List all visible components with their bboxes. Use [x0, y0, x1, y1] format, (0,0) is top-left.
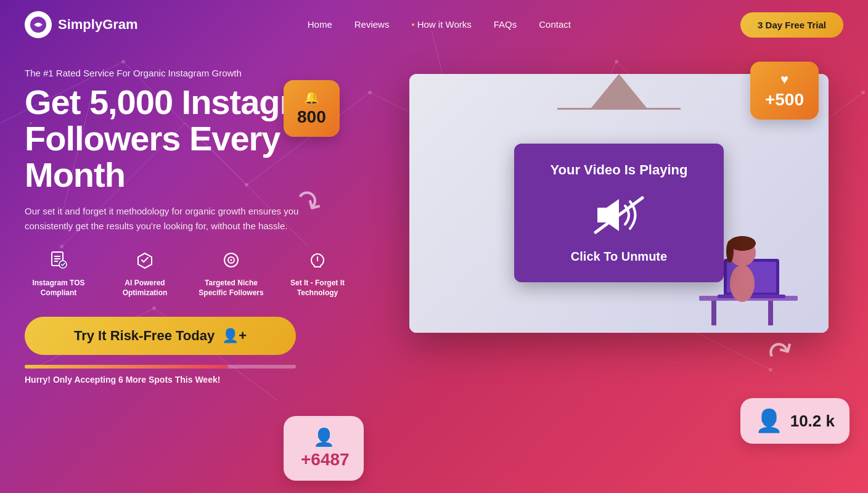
video-title: Your Video Is Playing — [526, 162, 711, 178]
feature-ai-label: AI Powered Optimization — [111, 279, 179, 298]
cta-button[interactable]: Try It Risk-Free Today 👤+ — [25, 317, 296, 355]
badge-10k-number: 10.2 k — [790, 412, 835, 431]
badge-500-number: +500 — [765, 90, 804, 110]
feature-setit: Set It - Forget It Technology — [284, 251, 351, 298]
nav-home[interactable]: Home — [308, 19, 332, 30]
nav-how-it-works[interactable]: •How it Works — [411, 19, 471, 30]
progress-bar-fill — [25, 365, 228, 369]
feature-setit-label: Set It - Forget It Technology — [284, 279, 351, 298]
ai-icon — [136, 251, 154, 274]
navbar: SimplyGram Home Reviews •How it Works FA… — [0, 0, 868, 49]
logo-text: SimplyGram — [58, 17, 138, 33]
nav-faqs[interactable]: FAQs — [494, 19, 517, 30]
svg-rect-41 — [768, 301, 773, 325]
feature-tos-label: Instagram TOS Compliant — [25, 279, 92, 298]
badge-6487-number: +6487 — [301, 450, 346, 470]
add-user-icon: 👤+ — [222, 328, 247, 344]
badge-10k: 👤 10.2 k — [740, 398, 850, 444]
svg-point-33 — [59, 261, 67, 268]
video-subtitle: Click To Unmute — [526, 250, 711, 264]
bell-icon: 🔔 — [297, 90, 326, 105]
svg-point-28 — [36, 23, 40, 26]
badge-800: 🔔 800 — [284, 80, 340, 137]
niche-icon — [222, 251, 240, 274]
video-box[interactable]: Your Video Is Playing Click To Unmute — [514, 144, 724, 282]
nav-reviews[interactable]: Reviews — [354, 19, 390, 30]
mute-icon — [588, 190, 650, 240]
svg-rect-40 — [711, 301, 716, 325]
features-row: Instagram TOS Compliant AI Powered Optim… — [25, 251, 370, 298]
easel-triangle — [591, 74, 647, 108]
easel-bar — [557, 108, 681, 110]
badge-500: ♥ +500 — [750, 62, 819, 120]
setit-icon — [308, 251, 327, 274]
logo: SimplyGram — [25, 11, 138, 38]
nav-links: Home Reviews •How it Works FAQs Contact — [308, 19, 571, 30]
subtext: Our set it and forget it methodology for… — [25, 204, 321, 234]
person-icon-10k: 👤 — [755, 408, 783, 434]
badge-6487: 👤 +6487 — [284, 416, 364, 481]
logo-icon — [25, 11, 52, 38]
heart-icon: ♥ — [765, 71, 804, 88]
main-content: The #1 Rated Service For Organic Instagr… — [0, 49, 868, 385]
nav-cta-button[interactable]: 3 Day Free Trial — [740, 12, 843, 38]
feature-niche-label: Targeted Niche Specific Followers — [197, 279, 265, 298]
person-icon-6487: 👤 — [301, 427, 346, 447]
feature-ai: AI Powered Optimization — [111, 251, 179, 298]
cta-button-label: Try It Risk-Free Today — [74, 328, 215, 344]
badge-800-number: 800 — [297, 107, 326, 127]
progress-bar — [25, 365, 296, 369]
tagline: The #1 Rated Service For Organic Instagr… — [25, 68, 370, 78]
headline-line2: Followers Every Month — [25, 119, 280, 194]
feature-tos: Instagram TOS Compliant — [25, 251, 92, 298]
nav-contact[interactable]: Contact — [539, 19, 571, 30]
urgency-text: Hurry! Only Accepting 6 More Spots This … — [25, 375, 370, 385]
svg-point-45 — [730, 265, 755, 302]
svg-point-36 — [231, 259, 232, 261]
tos-icon — [49, 251, 68, 274]
feature-niche: Targeted Niche Specific Followers — [197, 251, 265, 298]
svg-point-48 — [726, 240, 734, 263]
